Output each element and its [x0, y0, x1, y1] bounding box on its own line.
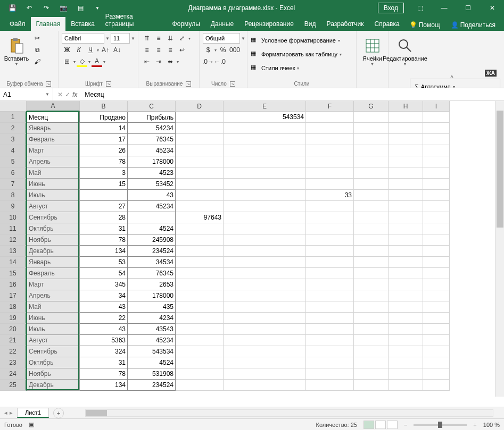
italic-icon[interactable]: К	[73, 45, 84, 55]
cell[interactable]	[389, 134, 423, 145]
cell[interactable]	[224, 212, 306, 223]
cell[interactable]	[354, 123, 389, 134]
cell[interactable]: 234524	[128, 380, 176, 391]
row-header[interactable]: 18	[0, 301, 27, 313]
vertical-scrollbar[interactable]	[495, 101, 504, 397]
cell[interactable]	[224, 335, 306, 346]
row-header[interactable]: 11	[0, 223, 27, 234]
cell[interactable]	[224, 145, 306, 156]
cell[interactable]	[423, 346, 450, 357]
cell[interactable]	[389, 290, 423, 301]
cells-button[interactable]: Ячейки▼	[360, 33, 385, 70]
row-header[interactable]: 10	[0, 212, 27, 223]
cell[interactable]	[423, 179, 450, 190]
cell[interactable]: 45234	[128, 335, 176, 346]
cell[interactable]: 53452	[128, 179, 176, 190]
cell[interactable]	[306, 313, 354, 324]
sheet-nav-last-icon[interactable]: ▸	[10, 409, 13, 416]
clipboard-launcher[interactable]: ↘	[46, 81, 51, 87]
row-header[interactable]: 7	[0, 179, 27, 190]
cell[interactable]: 17	[80, 134, 128, 145]
cell[interactable]: 134	[80, 380, 128, 391]
name-box[interactable]: A1▼	[0, 88, 53, 100]
shrink-font-icon[interactable]: A↓	[112, 45, 122, 55]
cell[interactable]	[354, 234, 389, 246]
row-header[interactable]: 5	[0, 156, 27, 167]
cell[interactable]	[389, 335, 423, 346]
cell[interactable]	[423, 313, 450, 324]
cell[interactable]	[354, 112, 389, 123]
cell[interactable]	[224, 313, 306, 324]
cell[interactable]	[224, 156, 306, 167]
cell[interactable]	[176, 380, 224, 391]
cell[interactable]	[176, 357, 224, 368]
cell[interactable]	[423, 290, 450, 301]
column-header[interactable]: I	[423, 101, 450, 112]
cell[interactable]	[389, 201, 423, 212]
cell[interactable]: 3	[80, 167, 128, 179]
cell[interactable]: 28	[80, 212, 128, 223]
cell[interactable]	[176, 268, 224, 279]
cell[interactable]: 22	[80, 313, 128, 324]
row-header[interactable]: 20	[0, 324, 27, 335]
cell[interactable]: 178000	[128, 290, 176, 301]
format-painter-icon[interactable]: 🖌	[32, 56, 43, 67]
cell[interactable]	[389, 357, 423, 368]
cell[interactable]	[224, 257, 306, 268]
autosum-item[interactable]: ∑Автосумма▾	[415, 81, 495, 88]
cell[interactable]	[354, 156, 389, 167]
row-header[interactable]: 2	[0, 123, 27, 134]
paste-button[interactable]: Вставить ▼	[3, 33, 30, 70]
row-header[interactable]: 9	[0, 201, 27, 212]
align-left-icon[interactable]: ≡	[142, 45, 152, 55]
cell[interactable]: 53	[80, 257, 128, 268]
cell[interactable]	[354, 357, 389, 368]
cell[interactable]: Ноябрь	[27, 234, 80, 246]
cell[interactable]: 26	[80, 145, 128, 156]
fx-icon[interactable]: fx	[72, 91, 77, 98]
column-header[interactable]: B	[80, 101, 128, 112]
cell[interactable]	[224, 179, 306, 190]
indent-increase-icon[interactable]: ⇥	[153, 56, 164, 67]
cell[interactable]	[176, 201, 224, 212]
cell[interactable]	[176, 112, 224, 123]
tab-view[interactable]: Вид	[299, 17, 321, 31]
cell[interactable]: 45234	[128, 201, 176, 212]
cell[interactable]: Июль	[27, 324, 80, 335]
cell[interactable]: 14	[80, 123, 128, 134]
cancel-formula-icon[interactable]: ✕	[57, 91, 63, 98]
row-header[interactable]: 25	[0, 380, 27, 391]
cell[interactable]	[306, 368, 354, 380]
cell[interactable]	[354, 257, 389, 268]
tab-developer[interactable]: Разработчик	[321, 17, 369, 31]
cell[interactable]	[423, 212, 450, 223]
zoom-level[interactable]: 100 %	[483, 422, 500, 428]
cell[interactable]	[176, 167, 224, 179]
cell[interactable]	[354, 346, 389, 357]
copy-icon[interactable]: ⧉	[32, 45, 43, 55]
cell[interactable]: 245908	[128, 234, 176, 246]
cell[interactable]: Октябрь	[27, 223, 80, 234]
cell[interactable]	[306, 246, 354, 257]
cell[interactable]	[176, 335, 224, 346]
indent-decrease-icon[interactable]: ⇤	[142, 56, 152, 67]
cell[interactable]: Июнь	[27, 313, 80, 324]
cell[interactable]	[423, 301, 450, 313]
cell[interactable]	[389, 301, 423, 313]
cell[interactable]	[354, 190, 389, 201]
tab-insert[interactable]: Вставка	[65, 17, 100, 31]
view-page-break-icon[interactable]	[387, 421, 398, 429]
cell[interactable]	[306, 223, 354, 234]
cell[interactable]	[306, 212, 354, 223]
cell[interactable]	[354, 268, 389, 279]
cell[interactable]	[176, 290, 224, 301]
cell[interactable]	[224, 234, 306, 246]
cell[interactable]: 43	[80, 301, 128, 313]
cell[interactable]: Февраль	[27, 134, 80, 145]
cell[interactable]	[224, 380, 306, 391]
cell[interactable]	[176, 190, 224, 201]
cell[interactable]: Прибыль	[128, 112, 176, 123]
column-header[interactable]: H	[389, 101, 423, 112]
cell[interactable]: 45234	[128, 145, 176, 156]
cell[interactable]: Месяц	[27, 112, 80, 123]
